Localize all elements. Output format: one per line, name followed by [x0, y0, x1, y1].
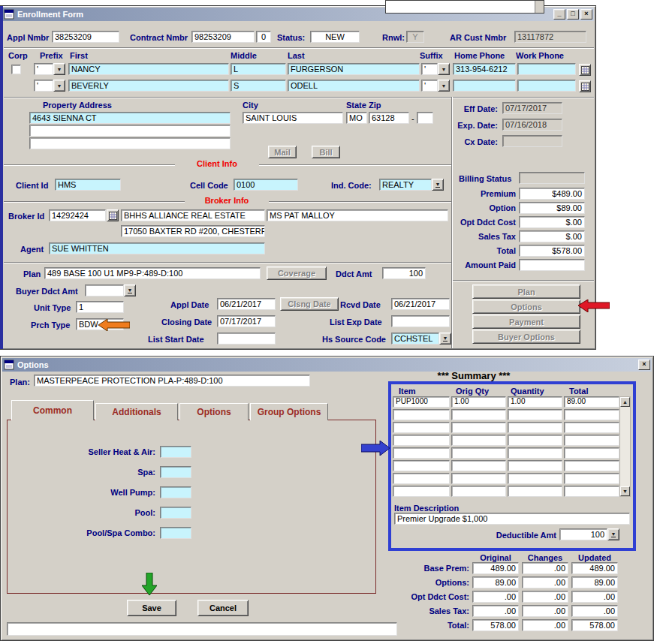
- summary-cell[interactable]: [451, 473, 506, 484]
- summary-cell[interactable]: [451, 447, 506, 459]
- broker-address-field[interactable]: 17050 BAXTER RD #200, CHESTERFIELD, MO 6…: [121, 225, 265, 237]
- summary-cell[interactable]: 1.00: [508, 396, 562, 408]
- nav-buyer-options-button[interactable]: Buyer Options: [472, 330, 580, 344]
- prefix-field-1[interactable]: ': [34, 63, 53, 75]
- broker-id-field[interactable]: 14292424: [49, 209, 106, 221]
- home-phone-field-1[interactable]: 313-954-6212: [453, 63, 516, 75]
- broker-contact-field[interactable]: MS PAT MALLOY: [267, 209, 448, 221]
- work-phone-field-2[interactable]: [517, 80, 576, 92]
- summary-cell[interactable]: [564, 460, 619, 471]
- suffix-field-2[interactable]: ': [421, 80, 438, 92]
- summary-cell[interactable]: [451, 409, 506, 420]
- bill-button[interactable]: Bill: [312, 146, 340, 158]
- partial-window-scrollbar[interactable]: [535, 1, 544, 13]
- prefix-dropdown-1[interactable]: ▼: [53, 63, 65, 75]
- summary-cell[interactable]: [564, 422, 619, 433]
- first-name-field-2[interactable]: BEVERLY: [68, 80, 229, 92]
- cancel-button[interactable]: Cancel: [197, 600, 249, 616]
- tab-options[interactable]: Options: [179, 403, 249, 420]
- options-titlebar[interactable]: Options ×: [2, 358, 652, 372]
- tab-additionals[interactable]: Additionals: [95, 403, 178, 420]
- hs-source-dropdown[interactable]: ▼: [439, 333, 451, 345]
- summary-cell[interactable]: [393, 435, 450, 446]
- summary-cell[interactable]: [508, 486, 562, 497]
- summary-cell[interactable]: [564, 447, 619, 459]
- summary-cell[interactable]: [508, 460, 562, 471]
- zip4-field[interactable]: [417, 112, 433, 124]
- summary-cell[interactable]: [393, 409, 450, 420]
- summary-cell[interactable]: [564, 409, 619, 420]
- rcvd-date-field[interactable]: 06/21/2017: [391, 298, 450, 310]
- scroll-down-icon[interactable]: ▼: [620, 486, 630, 496]
- list-exp-date-field[interactable]: [391, 315, 450, 327]
- summary-cell[interactable]: [393, 473, 450, 484]
- summary-cell[interactable]: [451, 460, 506, 471]
- appl-nmbr-field[interactable]: 38253209: [52, 31, 119, 43]
- contact-lookup-button-1[interactable]: [579, 64, 591, 76]
- minimize-button[interactable]: _: [553, 9, 565, 20]
- tab-common[interactable]: Common: [11, 400, 94, 420]
- plan-field[interactable]: 489 BASE 100 U1 MP9-P:489-D:100: [44, 267, 261, 279]
- broker-lookup-button[interactable]: [107, 209, 119, 221]
- suffix-dropdown-1[interactable]: ▼: [438, 63, 450, 75]
- summary-cell[interactable]: [393, 460, 450, 471]
- summary-cell[interactable]: [508, 422, 562, 433]
- summary-cell[interactable]: [393, 486, 450, 497]
- broker-name-field[interactable]: BHHS ALLIANCE REAL ESTATE: [121, 209, 265, 221]
- first-name-field-1[interactable]: NANCY: [68, 63, 229, 75]
- close-button[interactable]: ×: [580, 9, 592, 20]
- address-line3-field[interactable]: [29, 137, 231, 149]
- agent-field[interactable]: SUE WHITTEN: [49, 242, 265, 254]
- buyer-ddct-dropdown[interactable]: ▼: [124, 284, 136, 296]
- options-close-button[interactable]: ×: [638, 360, 650, 370]
- ddct-amt-field[interactable]: 100: [382, 267, 426, 279]
- summary-cell[interactable]: [508, 473, 562, 484]
- summary-cell[interactable]: [451, 486, 506, 497]
- prefix-field-2[interactable]: ': [34, 80, 53, 92]
- mail-button[interactable]: Mail: [268, 146, 297, 158]
- clsng-date-button[interactable]: Clsng Date: [280, 297, 339, 311]
- summary-cell[interactable]: [564, 435, 619, 446]
- deductible-amt-field[interactable]: 100: [559, 528, 607, 540]
- contract-suffix-field[interactable]: 0: [256, 31, 271, 43]
- work-phone-field-1[interactable]: [517, 63, 576, 75]
- nav-options-button[interactable]: Options: [472, 299, 580, 314]
- last-name-field-1[interactable]: FURGERSON: [288, 63, 420, 75]
- suffix-field-1[interactable]: ': [421, 63, 438, 75]
- summary-cell[interactable]: [508, 435, 562, 446]
- unit-type-field[interactable]: 1: [76, 301, 124, 313]
- summary-cell[interactable]: [564, 473, 619, 484]
- summary-cell[interactable]: [393, 447, 450, 459]
- corp-checkbox[interactable]: [11, 65, 21, 74]
- summary-cell[interactable]: [508, 447, 562, 459]
- nav-plan-button[interactable]: Plan: [472, 284, 580, 299]
- contract-nmbr-field[interactable]: 98253209: [191, 31, 255, 43]
- coverage-button[interactable]: Coverage: [267, 266, 327, 280]
- summary-cell[interactable]: [451, 435, 506, 446]
- summary-cell[interactable]: 1.00: [451, 396, 506, 408]
- middle-field-2[interactable]: S: [231, 80, 286, 92]
- summary-cell[interactable]: [393, 422, 450, 433]
- contact-lookup-button-2[interactable]: [579, 80, 591, 92]
- summary-cell[interactable]: [451, 422, 506, 433]
- summary-scrollbar[interactable]: ▲ ▼: [619, 396, 631, 497]
- suffix-dropdown-2[interactable]: ▼: [438, 80, 450, 92]
- nav-payment-button[interactable]: Payment: [472, 314, 580, 329]
- list-start-date-field[interactable]: [217, 333, 276, 345]
- closing-date-field[interactable]: 07/17/2017: [217, 315, 276, 327]
- tab-group-options[interactable]: Group Options: [250, 403, 328, 420]
- prefix-dropdown-2[interactable]: ▼: [53, 80, 65, 92]
- summary-cell[interactable]: [508, 409, 562, 420]
- appl-date-field[interactable]: 06/21/2017: [217, 298, 276, 310]
- hs-source-code-field[interactable]: CCHSTEL: [391, 333, 439, 345]
- message-field[interactable]: [7, 622, 397, 636]
- state-field[interactable]: MO: [346, 112, 367, 124]
- client-id-field[interactable]: HMS: [55, 179, 121, 191]
- zip-field[interactable]: 63128: [369, 112, 409, 124]
- address-line2-field[interactable]: [29, 125, 231, 137]
- item-description-field[interactable]: Premier Upgrade $1,000: [394, 513, 630, 525]
- summary-cell[interactable]: [564, 486, 619, 497]
- summary-grid[interactable]: PUP10001.001.0089.00: [393, 396, 619, 497]
- maximize-button[interactable]: □: [567, 9, 579, 20]
- buyer-ddct-amt-field[interactable]: [85, 284, 124, 296]
